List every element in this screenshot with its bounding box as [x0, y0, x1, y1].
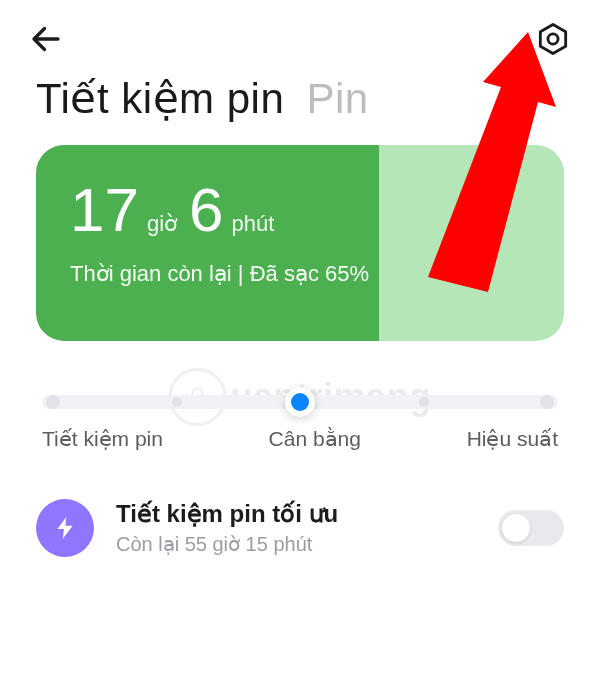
title-main: Tiết kiệm pin [36, 75, 284, 122]
slider-stop-right [540, 395, 554, 409]
slider-stop-left [46, 395, 60, 409]
option-subtitle: Còn lại 55 giờ 15 phút [116, 532, 476, 556]
svg-point-2 [548, 34, 558, 44]
slider-label-right: Hiệu suất [467, 427, 558, 451]
time-remaining: 17 giờ 6 phút [70, 179, 530, 241]
bolt-icon [36, 499, 94, 557]
hours-unit: giờ [147, 211, 177, 237]
battery-card[interactable]: 17 giờ 6 phút Thời gian còn lại | Đã sạc… [36, 145, 564, 341]
hours-value: 17 [70, 179, 139, 241]
performance-mode-slider[interactable] [42, 395, 558, 409]
page-title: Tiết kiệm pin Pin [36, 74, 564, 123]
title-sub: Pin [306, 75, 368, 122]
settings-gear-icon[interactable] [534, 20, 572, 58]
minutes-value: 6 [189, 179, 223, 241]
slider-thumb[interactable] [285, 387, 315, 417]
optimal-toggle[interactable] [498, 510, 564, 546]
slider-stop-mid-left [172, 397, 182, 407]
slider-labels: Tiết kiệm pin Cân bằng Hiệu suất [42, 427, 558, 451]
battery-status: Thời gian còn lại | Đã sạc 65% [70, 261, 530, 287]
back-icon[interactable] [28, 21, 64, 57]
slider-stop-mid-right [419, 397, 429, 407]
slider-label-left: Tiết kiệm pin [42, 427, 163, 451]
slider-label-center: Cân bằng [269, 427, 361, 451]
svg-marker-1 [540, 24, 565, 53]
optimal-battery-row[interactable]: Tiết kiệm pin tối ưu Còn lại 55 giờ 15 p… [36, 499, 564, 557]
minutes-unit: phút [232, 211, 275, 237]
option-title: Tiết kiệm pin tối ưu [116, 500, 476, 528]
